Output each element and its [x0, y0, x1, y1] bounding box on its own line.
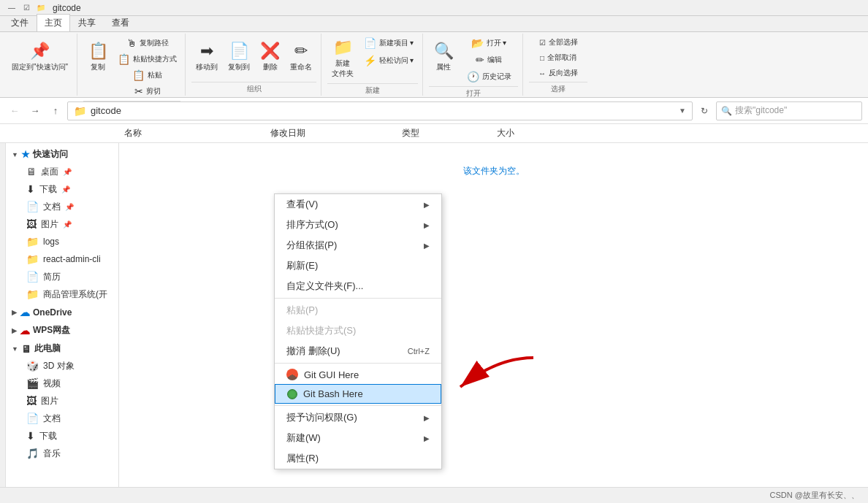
col-header-type[interactable]: 类型 — [395, 127, 490, 139]
new-folder-btn[interactable]: 📁 新建文件夹 — [327, 35, 358, 82]
sidebar-label-downloads2: 下载 — [39, 430, 57, 442]
sidebar-item-downloads[interactable]: ⬇ 下载 📌 — [6, 180, 118, 198]
new-item-btn[interactable]: 📄 新建项目 ▾ — [359, 35, 418, 51]
sidebar-onedrive-header[interactable]: ▶ ☁ OneDrive — [6, 304, 118, 320]
copy-btn[interactable]: 📋 复制 — [83, 35, 113, 79]
up-btn[interactable]: ↑ — [47, 102, 64, 120]
easy-access-label: 轻松访问 ▾ — [379, 55, 414, 66]
deselect-all-btn[interactable]: □ 全部取消 — [529, 50, 587, 65]
pin-indicator-dl: 📌 — [61, 185, 70, 193]
ctx-paste[interactable]: 粘贴(P) — [275, 300, 441, 320]
video-icon: 🎬 — [26, 377, 39, 389]
ctx-view[interactable]: 查看(V) ▶ — [275, 194, 441, 215]
sidebar-scroll-indicator[interactable] — [0, 143, 6, 503]
pictures2-icon: 🖼 — [26, 395, 37, 407]
new-folder-icon: 📁 — [333, 38, 353, 57]
ribbon-group-pin-items: 📌 固定到"快速访问" — [7, 35, 72, 94]
documents2-icon: 📄 — [26, 412, 39, 424]
sidebar-item-music[interactable]: 🎵 音乐 — [6, 445, 118, 462]
ctx-new[interactable]: 新建(W) ▶ — [275, 428, 441, 448]
ctx-group[interactable]: 分组依据(P) ▶ — [275, 235, 441, 256]
ctx-refresh[interactable]: 刷新(E) — [275, 256, 441, 276]
sidebar-label-pictures2: 图片 — [41, 395, 58, 407]
ribbon-organize-items: ➡ 移动到 📄 复制到 ❌ 删除 ✏ 重命名 — [191, 35, 316, 80]
react-icon: 📁 — [26, 253, 39, 265]
minimize-icon[interactable]: — — [6, 2, 18, 14]
sidebar-quickaccess-header[interactable]: ▼ ★ 快速访问 — [6, 146, 118, 163]
ctx-undo-label: 撤消 删除(U) — [286, 345, 340, 358]
ctx-paste-shortcut[interactable]: 粘贴快捷方式(S) — [275, 320, 441, 341]
sidebar-item-shop[interactable]: 📁 商品管理系统(开 — [6, 285, 118, 303]
back-btn[interactable]: ← — [6, 102, 23, 120]
tab-home[interactable]: 主页 — [37, 14, 70, 31]
ctx-grant-access[interactable]: 授予访问权限(G) ▶ — [275, 407, 441, 428]
sidebar-label-documents: 文档 — [43, 201, 61, 213]
tab-share[interactable]: 共享 — [70, 14, 104, 31]
ctx-group-arrow-icon: ▶ — [424, 242, 430, 250]
open-btn[interactable]: 📂 打开 ▾ — [460, 35, 518, 51]
select-all-label: 全部选择 — [549, 37, 578, 47]
sidebar-item-documents[interactable]: 📄 文档 📌 — [6, 198, 118, 215]
edit-btn[interactable]: ✏ 编辑 — [460, 52, 518, 68]
paste-sc-label: 粘贴快捷方式 — [133, 54, 177, 64]
tab-file[interactable]: 文件 — [3, 14, 37, 31]
search-box[interactable]: 🔍 搜索"gitcode" — [716, 101, 862, 120]
logs-icon: 📁 — [26, 236, 39, 247]
sidebar-item-react[interactable]: 📁 react-admin-cli — [6, 250, 118, 268]
ribbon-group-open: 🔍 属性 📂 打开 ▾ ✏ 编辑 🕐 历史记录 打开 — [425, 34, 523, 96]
history-btn[interactable]: 🕐 历史记录 — [460, 69, 518, 85]
tab-view[interactable]: 查看 — [104, 14, 137, 31]
ctx-view-left: 查看(V) — [286, 198, 318, 211]
copy-path-btn[interactable]: 🖱 复制路径 — [114, 35, 180, 51]
open-icon: 📂 — [471, 37, 484, 49]
sidebar-item-pictures2[interactable]: 🖼 图片 — [6, 392, 118, 410]
select-all-btn[interactable]: ☑ 全部选择 — [529, 35, 587, 50]
organize-label: 组织 — [191, 82, 316, 94]
pin-btn[interactable]: 📌 固定到"快速访问" — [7, 35, 72, 79]
pin-indicator: 📌 — [63, 168, 72, 176]
delete-btn[interactable]: ❌ 删除 — [256, 35, 284, 79]
copyto-btn[interactable]: 📄 复制到 — [224, 35, 254, 79]
properties-btn[interactable]: 🔍 属性 — [429, 35, 458, 79]
copyto-icon: 📄 — [229, 42, 249, 61]
col-header-name[interactable]: 名称 — [117, 127, 263, 139]
paste-btn[interactable]: 📋 粘贴 — [114, 67, 180, 83]
sidebar-item-desktop[interactable]: 🖥 桌面 📌 — [6, 163, 118, 180]
select-label: 选择 — [529, 82, 587, 94]
sidebar-thispc-header[interactable]: ▼ 🖥 此电脑 — [6, 340, 118, 357]
sidebar-item-pictures[interactable]: 🖼 图片 📌 — [6, 215, 118, 233]
sidebar-item-documents2[interactable]: 📄 文档 — [6, 410, 118, 427]
ctx-git-bash[interactable]: Git Bash Here — [275, 384, 441, 404]
sidebar-item-downloads2[interactable]: ⬇ 下载 — [6, 427, 118, 445]
ctx-customize[interactable]: 自定义文件夹(F)... — [275, 276, 441, 296]
ctx-customize-label: 自定义文件夹(F)... — [286, 280, 363, 293]
paste-shortcut-btn[interactable]: 📋 粘贴快捷方式 — [114, 51, 180, 67]
history-icon: 🕐 — [467, 71, 479, 82]
sidebar-item-resume[interactable]: 📄 简历 — [6, 268, 118, 285]
sidebar-wps-header[interactable]: ▶ ☁ WPS网盘 — [6, 322, 118, 339]
refresh-btn[interactable]: ↻ — [696, 102, 713, 120]
move-btn[interactable]: ➡ 移动到 — [191, 35, 222, 79]
sidebar-item-3d[interactable]: 🎲 3D 对象 — [6, 357, 118, 375]
ctx-undo[interactable]: 撤消 删除(U) Ctrl+Z — [275, 341, 441, 361]
sidebar-item-video[interactable]: 🎬 视频 — [6, 375, 118, 392]
sidebar-label-desktop: 桌面 — [41, 166, 58, 178]
ctx-git-gui[interactable]: Git GUI Here — [275, 365, 441, 384]
ctx-undo-shortcut: Ctrl+Z — [408, 347, 430, 356]
cut-btn[interactable]: ✂ 剪切 — [114, 83, 180, 99]
address-box[interactable]: 📁 gitcode ▼ — [67, 101, 693, 120]
col-header-modified[interactable]: 修改日期 — [263, 127, 395, 139]
col-header-size[interactable]: 大小 — [490, 127, 563, 139]
file-area[interactable]: 该文件夹为空。 — [119, 143, 868, 503]
move-icon: ➡ — [200, 42, 213, 61]
ctx-sort[interactable]: 排序方式(O) ▶ — [275, 215, 441, 235]
ctx-properties[interactable]: 属性(R) — [275, 448, 441, 469]
rename-btn[interactable]: ✏ 重命名 — [286, 35, 316, 79]
sidebar-section-quickaccess: ▼ ★ 快速访问 🖥 桌面 📌 ⬇ 下载 📌 📄 文档 📌 — [6, 146, 118, 303]
easy-access-btn[interactable]: ⚡ 轻松访问 ▾ — [359, 53, 418, 69]
sidebar-item-logs[interactable]: 📁 logs — [6, 233, 118, 250]
forward-btn[interactable]: → — [26, 102, 44, 120]
invert-selection-btn[interactable]: ↔ 反向选择 — [529, 66, 587, 80]
wps-cloud-icon: ☁ — [20, 325, 30, 337]
copy-path-icon: 🖱 — [126, 37, 137, 49]
